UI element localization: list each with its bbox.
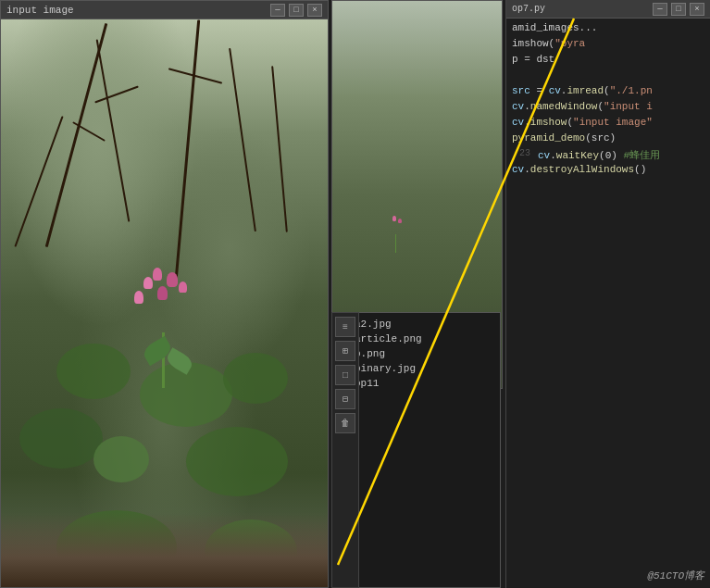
foliage-4 (19, 408, 103, 469)
code-line-4: src = cv.imread("./1.pn (512, 85, 704, 100)
code-filename: op7.py (512, 4, 653, 14)
code-text-8: cv.waitKey(0) #蜂佳用 (538, 148, 660, 162)
code-close[interactable]: × (690, 3, 704, 16)
left-toolbar: ≡ ⊞ □ ⊟ 🗑 (331, 312, 359, 588)
ground (1, 513, 328, 587)
flower-bud-1 (153, 268, 162, 281)
code-line-6: cv.imshow("input image" (512, 117, 704, 131)
flower-bud-6 (134, 291, 143, 304)
code-minimize[interactable]: — (653, 3, 667, 16)
code-line-9: cv.destroyAllWindows() (512, 164, 704, 179)
close-button[interactable]: × (307, 4, 322, 17)
code-editor-area[interactable]: amid_images... imshow("pyra p = dst src … (506, 19, 710, 551)
code-line-3: p = dst (512, 54, 704, 69)
foliage-3 (223, 353, 288, 404)
code-titlebar: op7.py — □ × (506, 0, 710, 19)
flower-bud-4 (179, 281, 187, 293)
flower-cluster (125, 268, 208, 388)
code-line-5: cv.namedWindow("input i (512, 101, 704, 116)
main-layout: input image — □ × (0, 0, 710, 588)
toolbar-btn-grid[interactable]: ⊞ (335, 341, 355, 361)
code-text-4: src = cv.imread("./1.pn (512, 85, 653, 96)
flower-bud-2 (167, 272, 178, 287)
pyramid-medium-flowers (383, 216, 406, 253)
flower-bud-3 (143, 277, 153, 289)
file-name-article: article.png (355, 333, 422, 344)
foliage-5 (186, 427, 288, 496)
input-image-title: input image (6, 5, 270, 16)
code-text-5: cv.namedWindow("input i (512, 101, 653, 112)
file-name-binary: binary.jpg (355, 363, 416, 374)
flower-bud-5 (157, 286, 168, 300)
code-controls: — □ × (653, 3, 704, 16)
maximize-button[interactable]: □ (289, 4, 304, 17)
foliage-6 (93, 436, 149, 482)
code-text-9: cv.destroyAllWindows() (512, 164, 646, 175)
pm-stem (395, 234, 397, 253)
toolbar-btn-menu[interactable]: ≡ (335, 317, 355, 337)
code-line-7: pyramid_demo(src) (512, 132, 704, 147)
input-image-controls: — □ × (270, 4, 322, 17)
pm-flower-1 (392, 216, 396, 221)
input-image-window: input image — □ × (0, 0, 329, 588)
toolbar-btn-collapse[interactable]: ⊟ (335, 389, 355, 409)
code-line-2: imshow("pyra (512, 38, 704, 53)
code-text-1: amid_images... (512, 22, 597, 33)
input-image-titlebar: input image — □ × (1, 1, 328, 19)
pm-flower-2 (398, 219, 402, 223)
code-maximize[interactable]: □ (671, 3, 686, 16)
input-image (1, 19, 328, 587)
toolbar-btn-delete[interactable]: 🗑 (335, 413, 355, 433)
code-text-3: p = dst (512, 54, 554, 65)
code-line-1: amid_images... (512, 22, 704, 37)
foliage-1 (56, 344, 131, 399)
code-line-blank-1 (512, 69, 704, 84)
file-name-a2jpg: a2.jpg (355, 319, 392, 330)
pyramid-image-medium (371, 212, 464, 323)
toolbar-btn-list[interactable]: □ (335, 365, 355, 385)
code-editor-panel: op7.py — □ × amid_images... imshow("pyra… (505, 0, 710, 588)
code-line-8: 23 cv.waitKey(0) #蜂佳用 (512, 148, 704, 163)
code-text-6: cv.imshow("input image" (512, 117, 653, 128)
code-blank-1 (512, 69, 518, 81)
line-number-23: 23 (512, 148, 530, 158)
code-text-2: imshow("pyra (512, 38, 585, 49)
minimize-button[interactable]: — (270, 4, 285, 17)
watermark: @51CTO博客 (647, 569, 704, 582)
input-image-container (1, 19, 328, 587)
code-text-7: pyramid_demo(src) (512, 132, 616, 144)
stem-leaf-2 (165, 348, 195, 376)
